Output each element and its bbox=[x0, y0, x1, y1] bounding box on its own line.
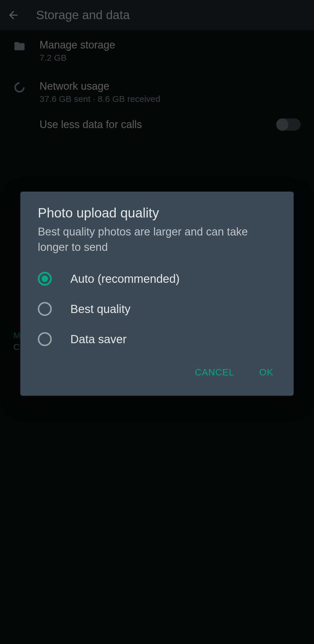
ok-button[interactable]: OK bbox=[254, 362, 279, 382]
option-auto-label: Auto (recommended) bbox=[70, 272, 180, 285]
option-auto-row[interactable]: Auto (recommended) bbox=[20, 264, 294, 294]
option-best-row[interactable]: Best quality bbox=[20, 294, 294, 324]
dialog-subtitle: Best quality photos are larger and can t… bbox=[20, 221, 294, 264]
cancel-button[interactable]: CANCEL bbox=[189, 362, 240, 382]
option-saver-row[interactable]: Data saver bbox=[20, 324, 294, 354]
radio-auto[interactable] bbox=[38, 272, 52, 286]
radio-saver[interactable] bbox=[38, 332, 52, 346]
photo-upload-quality-dialog: Photo upload quality Best quality photos… bbox=[20, 192, 294, 396]
option-best-label: Best quality bbox=[70, 303, 131, 316]
radio-best[interactable] bbox=[38, 302, 52, 316]
option-saver-label: Data saver bbox=[70, 333, 126, 346]
dialog-actions: CANCEL OK bbox=[20, 354, 294, 390]
dialog-title: Photo upload quality bbox=[20, 205, 294, 221]
